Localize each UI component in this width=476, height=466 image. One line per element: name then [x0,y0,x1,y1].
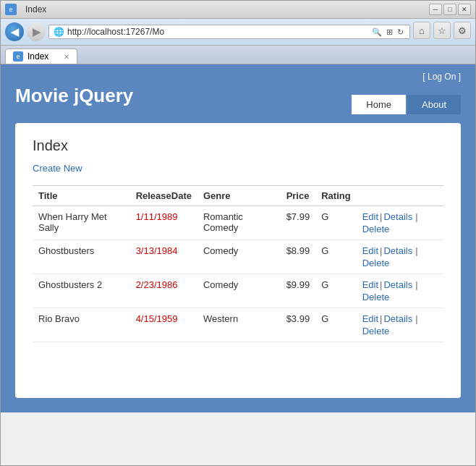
separator-2: | [415,211,417,222]
cell-actions: Edit | Details | Delete [357,274,443,308]
browser-content: [ Log On ] Movie jQuery Home About Index… [1,64,475,412]
settings-button[interactable]: ⚙ [454,22,471,39]
nav-about-button[interactable]: About [407,95,461,114]
separator-2: | [415,313,417,324]
tab-bar: e Index ✕ [1,46,475,64]
cell-releasedate: 4/15/1959 [130,308,197,342]
delete-link[interactable]: Delete [362,326,390,336]
cell-actions: Edit | Details | Delete [357,206,443,240]
cell-price: $3.99 [281,308,316,342]
action-links: Edit | Details | Delete [362,245,438,268]
address-text: http://localhost:17267/Mo [67,27,367,37]
cell-releasedate: 3/13/1984 [130,240,197,274]
separator-2: | [415,245,417,256]
compat-icon[interactable]: ⊞ [385,27,394,37]
title-bar-title: Index [25,4,46,14]
cell-actions: Edit | Details | Delete [357,308,443,342]
back-button[interactable]: ◀ [5,22,24,41]
address-bar: ◀ ▶ 🌐 http://localhost:17267/Mo 🔍 ⊞ ↻ ⌂ … [1,19,475,46]
search-address-icon[interactable]: 🔍 [370,27,383,37]
tab-label: Index [27,51,48,62]
cell-releasedate: 1/11/1989 [130,206,197,240]
app-header: [ Log On ] Movie jQuery Home About [1,64,475,114]
cell-rating: G [315,206,356,240]
address-favicon: 🌐 [54,27,64,37]
col-genre: Genre [197,186,281,206]
details-link[interactable]: Details [383,279,412,290]
minimize-button[interactable]: ─ [429,4,442,15]
separator-1: | [380,211,382,222]
separator-2: | [415,279,417,290]
table-body: When Harry Met Sally 1/11/1989 Romantic … [33,206,443,342]
app-title-nav: Movie jQuery Home About [15,85,461,114]
toolbar-right: ⌂ ☆ ⚙ [413,22,471,42]
cell-genre: Western [197,308,281,342]
close-button[interactable]: ✕ [458,4,471,15]
cell-actions: Edit | Details | Delete [357,240,443,274]
favicon: e [5,4,17,15]
col-actions [357,186,443,206]
log-on-bar: [ Log On ] [15,72,461,82]
details-link[interactable]: Details [383,211,412,222]
title-bar-left: e Index [5,4,46,15]
window-controls: ─ □ ✕ [429,4,471,15]
browser-tab-index[interactable]: e Index ✕ [5,48,77,64]
cell-title: When Harry Met Sally [33,206,130,240]
action-links: Edit | Details | Delete [362,211,438,234]
cell-rating: G [315,240,356,274]
nav-buttons: Home About [352,95,461,114]
cell-price: $8.99 [281,240,316,274]
table-row: When Harry Met Sally 1/11/1989 Romantic … [33,206,443,240]
delete-link[interactable]: Delete [362,292,390,302]
cell-rating: G [315,308,356,342]
details-link[interactable]: Details [383,313,412,324]
browser-window: e Index ─ □ ✕ ◀ ▶ 🌐 http://localhost:172… [0,0,476,466]
edit-link[interactable]: Edit [362,245,378,256]
app-title: Movie jQuery [15,85,133,114]
table-header: Title ReleaseDate Genre Price Rating [33,186,443,206]
maximize-button[interactable]: □ [443,4,456,15]
tab-close-button[interactable]: ✕ [64,53,69,61]
table-row: Ghostbusters 3/13/1984 Comedy $8.99 G Ed… [33,240,443,274]
edit-link[interactable]: Edit [362,279,378,290]
details-link[interactable]: Details [383,245,412,256]
title-bar: e Index ─ □ ✕ [1,1,475,19]
create-new-link[interactable]: Create New [33,163,82,174]
edit-link[interactable]: Edit [362,313,378,324]
col-rating: Rating [315,186,356,206]
home-button[interactable]: ⌂ [413,22,430,39]
cell-price: $9.99 [281,274,316,308]
cell-title: Rio Bravo [33,308,130,342]
cell-releasedate: 2/23/1986 [130,274,197,308]
separator-1: | [380,245,382,256]
cell-genre: Comedy [197,274,281,308]
log-on-link[interactable]: [ Log On ] [422,72,461,82]
address-field[interactable]: 🌐 http://localhost:17267/Mo 🔍 ⊞ ↻ [48,25,410,39]
table-row: Rio Bravo 4/15/1959 Western $3.99 G Edit… [33,308,443,342]
col-price: Price [281,186,316,206]
address-actions: 🔍 ⊞ ↻ [370,27,405,37]
edit-link[interactable]: Edit [362,211,378,222]
favorites-button[interactable]: ☆ [433,22,451,39]
separator-1: | [380,279,382,290]
forward-button[interactable]: ▶ [27,22,46,41]
table-row: Ghostbusters 2 2/23/1986 Comedy $9.99 G … [33,274,443,308]
cell-price: $7.99 [281,206,316,240]
tab-favicon: e [13,51,23,62]
nav-home-button[interactable]: Home [352,95,406,114]
delete-link[interactable]: Delete [362,224,390,234]
white-panel: Index Create New Title ReleaseDate Genre… [15,123,461,398]
col-releasedate: ReleaseDate [130,186,197,206]
refresh-icon[interactable]: ↻ [396,27,405,37]
cell-genre: Comedy [197,240,281,274]
content-panel: Index Create New Title ReleaseDate Genre… [1,114,475,412]
header-row: Title ReleaseDate Genre Price Rating [33,186,443,206]
cell-rating: G [315,274,356,308]
separator-1: | [380,313,382,324]
cell-genre: Romantic Comedy [197,206,281,240]
cell-title: Ghostbusters 2 [33,274,130,308]
delete-link[interactable]: Delete [362,258,390,268]
action-links: Edit | Details | Delete [362,279,438,302]
movies-table: Title ReleaseDate Genre Price Rating Whe… [33,185,443,342]
page-title: Index [33,137,443,154]
